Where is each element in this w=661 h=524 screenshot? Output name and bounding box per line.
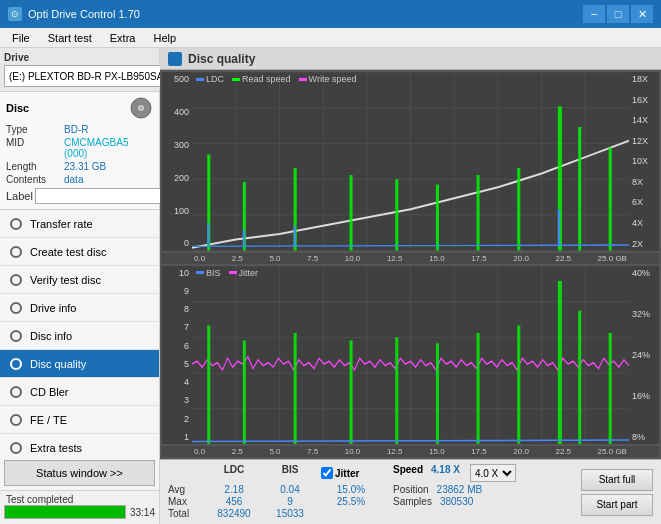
sidebar-item-verify-test-disc[interactable]: Verify test disc [0, 266, 159, 294]
content-area: Disc quality 5004003002001000 LDC Read s… [160, 48, 661, 524]
nav-label: Verify test disc [30, 274, 101, 286]
nav-label: Drive info [30, 302, 76, 314]
length-value: 23.31 GB [64, 161, 153, 172]
svg-rect-25 [517, 168, 520, 250]
svg-rect-51 [350, 340, 353, 444]
status-window-button[interactable]: Status window >> [4, 460, 155, 486]
avg-ldc: 2.18 [209, 484, 259, 495]
sidebar-item-create-test-disc[interactable]: Create test disc [0, 238, 159, 266]
nav-icon [10, 246, 22, 258]
nav-icon [10, 442, 22, 454]
menu-help[interactable]: Help [145, 30, 184, 46]
speed-label: Speed [393, 464, 423, 482]
sidebar-item-disc-info[interactable]: Disc info [0, 322, 159, 350]
app-icon: ⊙ [8, 7, 22, 21]
position-label: Position [393, 484, 429, 495]
start-buttons: Start full Start part [581, 464, 653, 520]
app-title: Opti Drive Control 1.70 [28, 8, 140, 20]
disc-quality-header: Disc quality [160, 48, 661, 70]
svg-rect-31 [294, 226, 296, 247]
nav-label: Transfer rate [30, 218, 93, 230]
chart1-x-axis: 0.02.55.07.510.012.515.017.520.022.525.0… [162, 253, 659, 264]
title-bar: ⊙ Opti Drive Control 1.70 − □ ✕ [0, 0, 661, 28]
sidebar-item-fe-te[interactable]: FE / TE [0, 406, 159, 434]
sidebar-item-cd-bler[interactable]: CD Bler [0, 378, 159, 406]
svg-rect-52 [395, 337, 398, 444]
maximize-button[interactable]: □ [607, 5, 629, 23]
label-input[interactable] [35, 188, 168, 204]
sidebar-item-transfer-rate[interactable]: Transfer rate [0, 210, 159, 238]
contents-label: Contents [6, 174, 64, 185]
chart1-legend: LDC Read speed Write speed [196, 74, 356, 84]
jitter-checkbox[interactable] [321, 467, 333, 479]
drive-section: Drive (E:) PLEXTOR BD-R PX-LB950SA 1.06 … [0, 48, 159, 92]
nav-icon [10, 218, 22, 230]
svg-rect-55 [517, 325, 520, 444]
menu-file[interactable]: File [4, 30, 38, 46]
close-button[interactable]: ✕ [631, 5, 653, 23]
chart1-main: LDC Read speed Write speed [192, 72, 629, 251]
minimize-button[interactable]: − [583, 5, 605, 23]
svg-rect-57 [578, 310, 581, 444]
start-part-button[interactable]: Start part [581, 494, 653, 516]
contents-value: data [64, 174, 153, 185]
speed-select[interactable]: 4.0 X [470, 464, 516, 482]
chart2-x-axis: 0.02.55.07.510.012.515.017.520.022.525.0… [162, 446, 659, 457]
nav-label: Disc quality [30, 358, 86, 370]
svg-rect-48 [207, 325, 210, 444]
svg-rect-22 [395, 179, 398, 250]
sidebar-item-drive-info[interactable]: Drive info [0, 294, 159, 322]
sidebar-item-disc-quality[interactable]: Disc quality [0, 350, 159, 378]
svg-rect-54 [477, 332, 480, 444]
stats-empty [168, 464, 203, 482]
progress-bar [4, 505, 126, 519]
nav-icon [10, 302, 22, 314]
menu-bar: File Start test Extra Help [0, 28, 661, 48]
nav-label: FE / TE [30, 414, 67, 426]
svg-rect-53 [436, 343, 439, 444]
menu-extra[interactable]: Extra [102, 30, 144, 46]
svg-rect-56 [558, 280, 562, 444]
nav-label: CD Bler [30, 386, 69, 398]
charts-area: 5004003002001000 LDC Read speed Write sp… [160, 70, 661, 459]
nav-icon-active [10, 358, 22, 370]
speed-value: 4.18 X [431, 464, 460, 482]
svg-rect-49 [243, 340, 246, 444]
total-label: Total [168, 508, 203, 519]
samples-value: 380530 [440, 496, 473, 507]
svg-rect-58 [609, 332, 612, 444]
svg-rect-27 [578, 127, 581, 251]
status-text: Test completed [4, 494, 155, 505]
svg-rect-29 [207, 223, 209, 246]
length-label: Length [6, 161, 64, 172]
avg-bis: 0.04 [265, 484, 315, 495]
start-full-button[interactable]: Start full [581, 469, 653, 491]
bis-chart: 10987654321 BIS Jitter [162, 266, 659, 445]
chart1-y-left: 5004003002001000 [162, 72, 192, 251]
svg-point-2 [140, 107, 143, 110]
total-bis: 15033 [265, 508, 315, 519]
nav-label: Create test disc [30, 246, 106, 258]
max-label: Max [168, 496, 203, 507]
max-bis: 9 [265, 496, 315, 507]
svg-rect-23 [436, 185, 439, 251]
samples-label: Samples [393, 496, 432, 507]
menu-start-test[interactable]: Start test [40, 30, 100, 46]
progress-time: 33:14 [130, 507, 155, 518]
sidebar-item-extra-tests[interactable]: Extra tests [0, 434, 159, 456]
window-controls: − □ ✕ [583, 5, 653, 23]
nav-items: Transfer rate Create test disc Verify te… [0, 210, 159, 456]
chart2-main: BIS Jitter [192, 266, 629, 445]
col-header-bis: BIS [265, 464, 315, 482]
mid-value: CMCMAGBA5 (000) [64, 137, 153, 159]
max-jitter: 25.5% [321, 496, 381, 507]
disc-section: Disc Type BD-R MID CMCMAGBA5 (000) Lengt… [0, 92, 159, 210]
nav-icon [10, 274, 22, 286]
ldc-chart: 5004003002001000 LDC Read speed Write sp… [162, 72, 659, 251]
mid-label: MID [6, 137, 64, 159]
chart2-y-left: 10987654321 [162, 266, 192, 445]
drive-label: Drive [4, 52, 155, 63]
svg-rect-32 [558, 209, 560, 246]
chart2-y-right: 40%32%24%16%8% [629, 266, 659, 445]
chart1-svg [192, 72, 629, 251]
